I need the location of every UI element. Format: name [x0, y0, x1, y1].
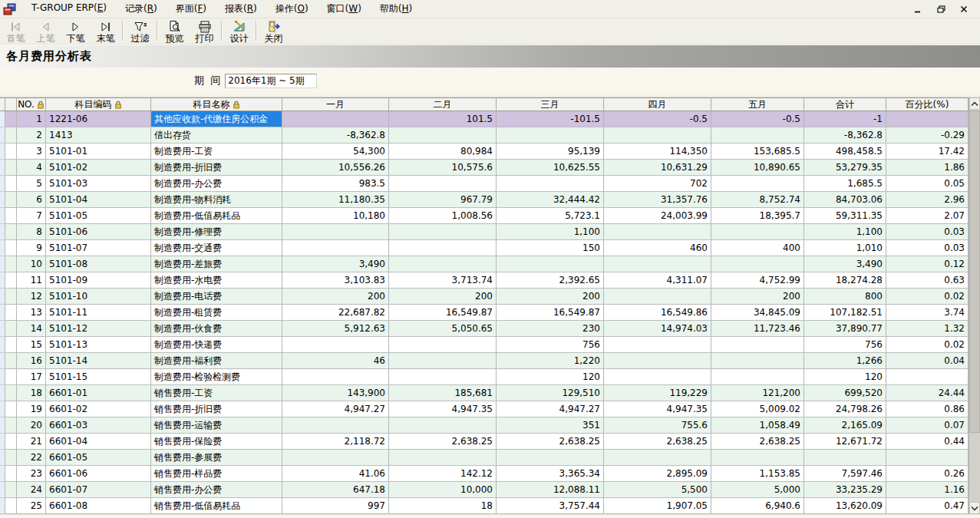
- cell-code[interactable]: 1221-06: [46, 111, 151, 127]
- cell-no[interactable]: 9: [17, 240, 46, 256]
- cell-name[interactable]: 制造费用-租赁费: [151, 305, 282, 321]
- cell-pct[interactable]: 0.04: [886, 353, 968, 369]
- cell-no[interactable]: 25: [17, 498, 46, 514]
- cell-m5[interactable]: 4,752.99: [711, 272, 804, 289]
- cell-m1[interactable]: 2,118.72: [282, 434, 389, 450]
- cell-m2[interactable]: [389, 176, 497, 192]
- cell-pct[interactable]: 1.32: [886, 321, 968, 337]
- cell-name[interactable]: 制造费用-办公费: [151, 176, 282, 192]
- cell-total[interactable]: -1: [804, 111, 886, 127]
- cell-total[interactable]: 699,520: [804, 385, 886, 401]
- cell-m5[interactable]: [711, 127, 804, 144]
- cell-total[interactable]: 1,010: [804, 240, 886, 256]
- cell-m1[interactable]: 46: [282, 353, 389, 369]
- cell-name[interactable]: 销售费用-保险费: [151, 434, 282, 450]
- cell-m3[interactable]: 3,365.34: [497, 466, 604, 482]
- cell-m5[interactable]: 1,058.49: [711, 417, 804, 434]
- cell-m2[interactable]: 5,050.65: [389, 321, 497, 337]
- cell-no[interactable]: 15: [17, 337, 46, 353]
- table-row[interactable]: 175101-15制造费用-检验检测费120120: [0, 369, 968, 385]
- cell-name[interactable]: 制造费用-快递费: [151, 337, 282, 353]
- cell-pct[interactable]: 0.03: [886, 240, 968, 256]
- cell-code[interactable]: 6601-02: [46, 401, 151, 417]
- cell-pct[interactable]: 17.42: [886, 144, 968, 160]
- cell-no[interactable]: 2: [17, 127, 46, 144]
- row-indicator[interactable]: [5, 160, 17, 176]
- cell-m5[interactable]: [711, 450, 804, 466]
- cell-pct[interactable]: -0.29: [886, 127, 968, 144]
- cell-m2[interactable]: 200: [389, 289, 497, 305]
- cell-total[interactable]: 1,685.5: [804, 176, 886, 192]
- cell-m4[interactable]: [604, 337, 711, 353]
- column-header-m2[interactable]: 二月: [389, 97, 497, 111]
- cell-m4[interactable]: 5,500: [604, 482, 711, 498]
- table-row[interactable]: 85101-06制造费用-修理费1,1001,1000.03: [0, 224, 968, 240]
- row-indicator[interactable]: [5, 482, 17, 498]
- menu-item-f-2[interactable]: 界面(F): [167, 2, 216, 15]
- cell-no[interactable]: 1: [17, 111, 46, 127]
- table-row[interactable]: 216601-04销售费用-保险费2,118.722,638.252,638.2…: [0, 434, 968, 450]
- scrollbar-thumb[interactable]: [969, 111, 980, 433]
- column-header-no[interactable]: NO.: [17, 97, 46, 111]
- cell-name[interactable]: 借出存货: [151, 127, 282, 144]
- cell-name[interactable]: 制造费用-物料消耗: [151, 192, 282, 208]
- table-row[interactable]: 65101-04制造费用-物料消耗11,180.35967.7932,444.4…: [0, 192, 968, 208]
- table-row[interactable]: 105101-08制造费用-差旅费3,4903,4900.12: [0, 256, 968, 272]
- cell-m4[interactable]: 1,907.05: [604, 498, 711, 514]
- cell-m2[interactable]: [389, 450, 497, 466]
- table-row[interactable]: 145101-12制造费用-伙食费5,912.635,050.6523014,9…: [0, 321, 968, 337]
- cell-code[interactable]: 5101-11: [46, 305, 151, 321]
- cell-code[interactable]: 6601-04: [46, 434, 151, 450]
- cell-code[interactable]: 5101-06: [46, 224, 151, 240]
- cell-m4[interactable]: 16,549.86: [604, 305, 711, 321]
- cell-code[interactable]: 6601-03: [46, 417, 151, 434]
- cell-m1[interactable]: [282, 337, 389, 353]
- cell-code[interactable]: 5101-09: [46, 272, 151, 289]
- cell-m5[interactable]: 18,395.7: [711, 208, 804, 224]
- cell-name[interactable]: 制造费用-交通费: [151, 240, 282, 256]
- table-row[interactable]: 256601-08销售费用-低值易耗品997183,757.441,907.05…: [0, 498, 968, 514]
- cell-m2[interactable]: [389, 127, 497, 144]
- cell-m1[interactable]: [282, 450, 389, 466]
- column-header-m3[interactable]: 三月: [497, 97, 604, 111]
- cell-m4[interactable]: 119,229: [604, 385, 711, 401]
- cell-m4[interactable]: 14,974.03: [604, 321, 711, 337]
- cell-total[interactable]: 2,165.09: [804, 417, 886, 434]
- cell-no[interactable]: 11: [17, 272, 46, 289]
- cell-total[interactable]: 24,798.26: [804, 401, 886, 417]
- cell-m4[interactable]: 4,311.07: [604, 272, 711, 289]
- table-row[interactable]: 21413借出存货-8,362.8-8,362.8-0.29: [0, 127, 968, 144]
- row-indicator[interactable]: [5, 289, 17, 305]
- cell-total[interactable]: 800: [804, 289, 886, 305]
- column-header-total[interactable]: 合计: [804, 97, 886, 111]
- cell-m2[interactable]: 80,984: [389, 144, 497, 160]
- table-row[interactable]: 226601-05销售费用-参展费: [0, 450, 968, 466]
- cell-m2[interactable]: 967.79: [389, 192, 497, 208]
- cell-m3[interactable]: 2,638.25: [497, 434, 604, 450]
- column-header-code[interactable]: 科目编码: [46, 97, 151, 111]
- table-row[interactable]: 155101-13制造费用-快递费7567560.02: [0, 337, 968, 353]
- cell-code[interactable]: 6601-07: [46, 482, 151, 498]
- table-row[interactable]: 11221-06其他应收款-代缴住房公积金101.5-101.5-0.5-0.5…: [0, 111, 968, 127]
- row-indicator[interactable]: [5, 434, 17, 450]
- cell-total[interactable]: 756: [804, 337, 886, 353]
- cell-m3[interactable]: 32,444.42: [497, 192, 604, 208]
- cell-no[interactable]: 23: [17, 466, 46, 482]
- cell-m4[interactable]: 4,947.35: [604, 401, 711, 417]
- cell-m5[interactable]: 5,009.02: [711, 401, 804, 417]
- menu-item-h-6[interactable]: 帮助(H): [371, 2, 421, 15]
- cell-total[interactable]: 1,266: [804, 353, 886, 369]
- row-indicator[interactable]: [5, 208, 17, 224]
- cell-pct[interactable]: 0.44: [886, 434, 968, 450]
- cell-code[interactable]: 5101-01: [46, 144, 151, 160]
- cell-code[interactable]: 6601-01: [46, 385, 151, 401]
- design-button[interactable]: 设计: [224, 18, 254, 44]
- row-indicator[interactable]: [5, 450, 17, 466]
- cell-name[interactable]: 制造费用-水电费: [151, 272, 282, 289]
- cell-m5[interactable]: 200: [711, 289, 804, 305]
- row-indicator[interactable]: [5, 176, 17, 192]
- cell-m1[interactable]: [282, 240, 389, 256]
- menu-item-o-4[interactable]: 操作(O): [266, 2, 318, 15]
- row-indicator[interactable]: [5, 353, 17, 369]
- cell-no[interactable]: 8: [17, 224, 46, 240]
